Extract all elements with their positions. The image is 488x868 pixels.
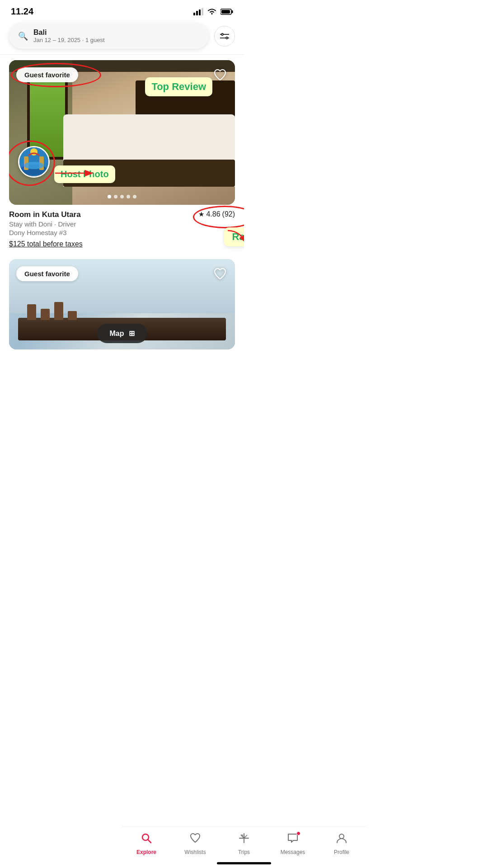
arrow-to-rating	[225, 228, 244, 246]
listing-image-1[interactable]: Guest favorite Top Review	[9, 60, 235, 205]
svg-rect-6	[221, 10, 230, 14]
host-photo-image	[19, 147, 48, 176]
listing-info-1: Room in Kuta Utara ★ 4.86 (92) Rating	[9, 205, 235, 248]
status-icons	[193, 8, 233, 15]
room2-items	[27, 302, 77, 320]
room2-item-4	[68, 311, 77, 320]
svg-rect-5	[232, 10, 233, 13]
review-count: (92)	[222, 210, 235, 218]
dot-3	[120, 195, 124, 198]
rating-value: 4.86	[206, 210, 220, 218]
listing-title-1: Room in Kuta Utara	[9, 210, 81, 219]
room2-item-2	[41, 309, 50, 320]
listing-image-2[interactable]: Guest favorite Map ⊞	[9, 259, 235, 349]
wishlist-button-1[interactable]	[211, 66, 229, 84]
map-button[interactable]: Map ⊞	[97, 324, 147, 343]
search-dates: Jan 12 – 19, 2025 · 1 guest	[33, 37, 105, 43]
search-location: Bali	[33, 28, 105, 37]
signal-icon	[193, 8, 203, 15]
filter-icon	[220, 32, 229, 41]
listing-price-1: $125 total before taxes	[9, 240, 235, 248]
svg-point-17	[24, 162, 44, 169]
search-icon: 🔍	[18, 31, 28, 41]
status-time: 11.24	[11, 6, 33, 17]
svg-rect-3	[202, 8, 203, 15]
search-bar-container: 🔍 Bali Jan 12 – 19, 2025 · 1 guest	[0, 20, 244, 54]
listing-subtitle-1: Stay with Doni · Driver	[9, 220, 235, 228]
map-icon: ⊞	[129, 329, 135, 338]
host-photo-svg	[19, 147, 48, 176]
svg-rect-2	[199, 9, 201, 15]
room2-item-1	[27, 304, 36, 320]
dot-4	[127, 195, 130, 198]
guest-favorite-badge-2: Guest favorite	[16, 266, 78, 281]
map-button-wrap: Map ⊞	[9, 324, 235, 349]
dot-2	[114, 195, 117, 198]
dot-1	[108, 195, 111, 198]
wifi-icon	[207, 8, 217, 15]
arrow-to-host-photo	[51, 166, 105, 180]
listing-card-1: Guest favorite Top Review	[9, 60, 235, 248]
search-text-wrap: Bali Jan 12 – 19, 2025 · 1 guest	[33, 28, 105, 43]
svg-rect-0	[193, 13, 195, 15]
rating-display: ★ 4.86 (92)	[198, 210, 235, 218]
star-icon: ★	[198, 210, 204, 218]
wishlist-button-2[interactable]	[211, 265, 229, 283]
rating-wrap: ★ 4.86 (92) Rating	[198, 210, 235, 218]
host-photo	[18, 146, 50, 178]
svg-point-7	[221, 33, 223, 35]
svg-rect-1	[196, 11, 198, 15]
listing-subtitle-2: Dony Homestay #3	[9, 229, 235, 236]
guest-favorite-badge: Guest favorite	[16, 67, 78, 82]
svg-point-8	[226, 37, 228, 39]
map-label: Map	[110, 330, 124, 338]
image-dots	[9, 195, 235, 198]
top-review-annotation: Top Review	[145, 77, 212, 96]
listing-card-2: Guest favorite Map ⊞	[9, 259, 235, 349]
room2-item-3	[54, 302, 63, 320]
bottom-spacer	[0, 349, 244, 404]
divider	[0, 54, 244, 55]
dot-5	[133, 195, 136, 198]
heart-icon-2	[213, 267, 227, 281]
listing-row-title: Room in Kuta Utara ★ 4.86 (92) Rating	[9, 210, 235, 219]
battery-icon	[221, 9, 233, 15]
search-pill[interactable]: 🔍 Bali Jan 12 – 19, 2025 · 1 guest	[9, 23, 209, 49]
filter-button[interactable]	[214, 26, 235, 47]
heart-icon	[213, 68, 227, 82]
status-bar: 11.24	[0, 0, 244, 20]
